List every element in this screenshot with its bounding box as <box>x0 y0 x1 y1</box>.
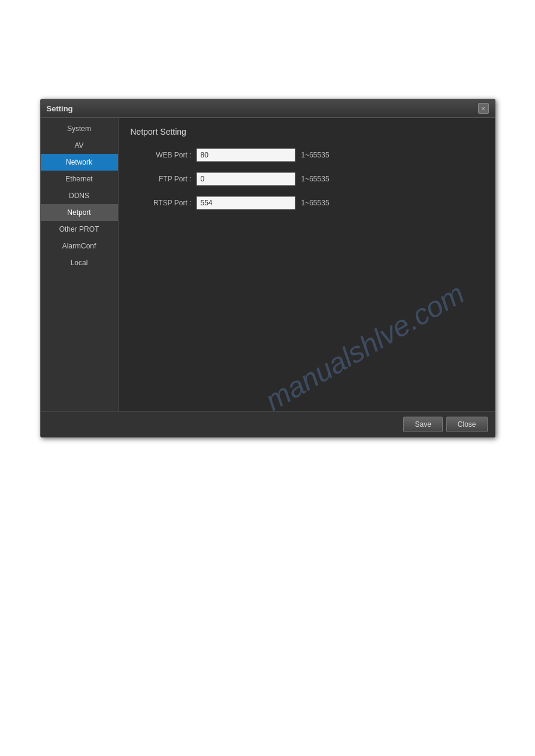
settings-dialog: Setting × System AV Network Ethernet DDN… <box>40 99 495 438</box>
sidebar-item-other-prot[interactable]: Other PROT <box>41 221 118 238</box>
sidebar-item-network[interactable]: Network <box>41 154 118 171</box>
sidebar-item-ddns[interactable]: DDNS <box>41 187 118 204</box>
save-button[interactable]: Save <box>403 417 442 432</box>
web-port-row: WEB Port : 1~65535 <box>131 148 483 162</box>
ftp-port-label: FTP Port : <box>131 175 197 183</box>
dialog-body: System AV Network Ethernet DDNS Netport … <box>41 118 495 411</box>
sidebar-item-system[interactable]: System <box>41 120 118 137</box>
sidebar-item-alarmconf[interactable]: AlarmConf <box>41 238 118 254</box>
rtsp-port-range: 1~65535 <box>301 199 330 207</box>
sidebar-item-av[interactable]: AV <box>41 137 118 154</box>
dialog-title: Setting <box>47 104 73 113</box>
content-title: Netport Setting <box>131 127 483 136</box>
title-close-button[interactable]: × <box>478 103 489 114</box>
close-button[interactable]: Close <box>446 417 488 432</box>
dialog-titlebar: Setting × <box>41 99 495 118</box>
sidebar-item-netport[interactable]: Netport <box>41 204 118 221</box>
sidebar-item-local[interactable]: Local <box>41 254 118 271</box>
sidebar-item-ethernet[interactable]: Ethernet <box>41 171 118 187</box>
dialog-footer: Save Close <box>41 411 495 437</box>
rtsp-port-row: RTSP Port : 1~65535 <box>131 196 483 210</box>
web-port-label: WEB Port : <box>131 151 197 159</box>
rtsp-port-label: RTSP Port : <box>131 199 197 207</box>
ftp-port-input[interactable] <box>197 172 295 186</box>
web-port-range: 1~65535 <box>301 151 330 159</box>
content-area: Netport Setting WEB Port : 1~65535 FTP P… <box>119 118 495 411</box>
rtsp-port-input[interactable] <box>197 196 295 210</box>
ftp-port-range: 1~65535 <box>301 175 330 183</box>
ftp-port-row: FTP Port : 1~65535 <box>131 172 483 186</box>
sidebar: System AV Network Ethernet DDNS Netport … <box>41 118 119 411</box>
content-watermark: manualshlve.com <box>259 277 470 411</box>
web-port-input[interactable] <box>197 148 295 162</box>
